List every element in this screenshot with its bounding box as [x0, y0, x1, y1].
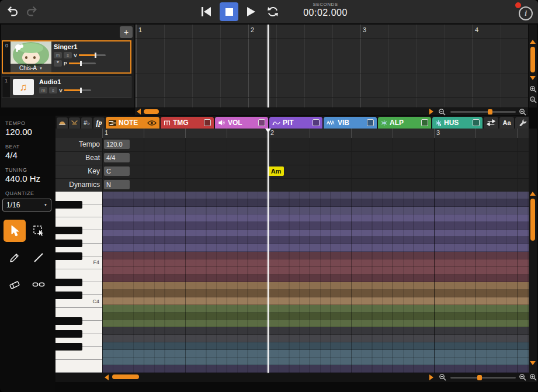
- track-row-singer[interactable]: 0 Chis-A ▼ Singer1 m s V: [2, 40, 131, 74]
- marquee-select-tool-button[interactable]: [27, 220, 50, 242]
- pianoroll-row[interactable]: [102, 275, 529, 282]
- tab-hus[interactable]: HUS: [432, 117, 483, 129]
- add-track-button[interactable]: +: [120, 26, 133, 38]
- beat-row[interactable]: Beat 4/4: [55, 151, 529, 165]
- solo-button[interactable]: s: [64, 52, 72, 58]
- arrange-timeline[interactable]: 1 2 3 4: [135, 25, 528, 107]
- drumsticks-tab[interactable]: [69, 117, 80, 129]
- pianoroll-row[interactable]: [102, 327, 529, 335]
- timeline-ruler[interactable]: 1 2 3 4: [135, 25, 528, 39]
- pianoroll-row[interactable]: [102, 230, 529, 237]
- piano-black-key[interactable]: [55, 317, 82, 325]
- zoom-in-icon[interactable]: [519, 373, 526, 381]
- pianoroll-row[interactable]: [102, 207, 529, 214]
- select-tool-button[interactable]: [4, 220, 26, 242]
- zoom-in-icon[interactable]: [529, 85, 537, 93]
- line-tool-button[interactable]: [27, 247, 50, 269]
- info-button[interactable]: i: [517, 5, 532, 20]
- vib-checkbox[interactable]: [367, 119, 374, 126]
- key-row-value[interactable]: C: [104, 166, 130, 176]
- pianoroll-row[interactable]: [102, 313, 529, 320]
- scroll-left-arrow[interactable]: [105, 374, 109, 380]
- piano-black-key[interactable]: [55, 292, 82, 299]
- tmg-checkbox[interactable]: [204, 119, 211, 126]
- scroll-up-arrow[interactable]: [530, 192, 536, 196]
- voice-selector[interactable]: Chis-A ▼: [11, 64, 51, 72]
- hscroll-thumb[interactable]: [112, 374, 139, 379]
- scroll-down-arrow[interactable]: [530, 76, 536, 80]
- pianoroll-row[interactable]: [102, 358, 529, 365]
- mixer-tab[interactable]: [484, 117, 498, 129]
- beat-value[interactable]: 4/4: [5, 150, 18, 160]
- pianoroll-row[interactable]: [102, 199, 529, 207]
- tab-tmg[interactable]: TMG: [161, 117, 214, 129]
- pianoroll-row[interactable]: [102, 305, 529, 313]
- pianoroll-row[interactable]: [102, 290, 529, 297]
- scroll-up-arrow[interactable]: [530, 40, 536, 44]
- slider-handle[interactable]: [95, 53, 96, 58]
- pianoroll-row[interactable]: [102, 252, 529, 259]
- tempo-value[interactable]: 120.00: [5, 127, 32, 137]
- mute-button[interactable]: m: [39, 87, 47, 93]
- play-button[interactable]: [242, 4, 259, 20]
- loop-button[interactable]: [264, 4, 282, 20]
- scroll-left-arrow[interactable]: [137, 109, 141, 115]
- tempo-row-value[interactable]: 120.0: [104, 140, 130, 149]
- pianoroll-row[interactable]: [102, 237, 529, 244]
- tab-pit[interactable]: PIT: [269, 117, 322, 129]
- timpani-tab[interactable]: [57, 117, 68, 129]
- pianoroll-row[interactable]: [102, 222, 529, 230]
- vol-checkbox[interactable]: [258, 119, 265, 126]
- zoom-slider-handle[interactable]: [488, 109, 492, 115]
- track-row-audio[interactable]: 1 ♫ Audio1 m s V: [2, 76, 131, 98]
- pianoroll-row[interactable]: [102, 320, 529, 327]
- pianoroll-row[interactable]: [102, 267, 529, 275]
- alpha-button[interactable]: *: [54, 60, 62, 67]
- piano-black-key[interactable]: [55, 252, 82, 260]
- pianoroll-row[interactable]: [102, 335, 529, 342]
- dynamics-tab[interactable]: fp: [93, 117, 105, 129]
- hscroll-thumb[interactable]: [144, 109, 159, 114]
- key-row[interactable]: Key C Am: [55, 165, 529, 179]
- pianoroll-row[interactable]: [102, 259, 529, 267]
- zoom-in-icon[interactable]: [519, 108, 526, 116]
- volume-slider[interactable]: [79, 54, 106, 56]
- playhead-marker[interactable]: [265, 129, 271, 133]
- hus-checkbox[interactable]: [473, 119, 480, 126]
- pencil-tool-button[interactable]: [4, 247, 26, 269]
- mute-button[interactable]: m: [54, 52, 62, 58]
- slider-handle[interactable]: [80, 61, 82, 66]
- zoom-slider[interactable]: [450, 377, 516, 379]
- singer-avatar[interactable]: Chis-A ▼: [11, 41, 51, 72]
- undo-button[interactable]: [5, 4, 21, 19]
- vscroll-thumb[interactable]: [530, 199, 535, 241]
- tab-note[interactable]: NOTE: [106, 117, 159, 129]
- pianoroll-row[interactable]: [102, 282, 529, 290]
- zoom-out-icon[interactable]: [529, 96, 537, 103]
- eraser-tool-button[interactable]: [4, 273, 26, 296]
- zoom-out-icon[interactable]: [439, 373, 446, 381]
- piano-black-key[interactable]: [55, 201, 82, 209]
- lyrics-tab[interactable]: Aa: [499, 117, 514, 129]
- zoom-slider-handle[interactable]: [477, 375, 482, 380]
- redo-button[interactable]: [23, 4, 40, 19]
- pianoroll-row[interactable]: [102, 297, 529, 305]
- volume-slider[interactable]: [64, 89, 91, 91]
- tab-vib[interactable]: VIB: [324, 117, 377, 129]
- piano-black-key[interactable]: [55, 343, 82, 351]
- scroll-down-arrow[interactable]: [530, 361, 536, 365]
- stop-button[interactable]: [220, 2, 238, 21]
- skip-to-start-button[interactable]: [197, 4, 215, 20]
- editor-ruler[interactable]: 1 2 3: [55, 129, 529, 138]
- zoom-slider[interactable]: [450, 111, 516, 113]
- tab-vol[interactable]: VOL: [215, 117, 268, 129]
- zoom-out-icon[interactable]: [438, 108, 446, 116]
- piano-black-key[interactable]: [55, 279, 82, 286]
- solo-button[interactable]: s: [49, 87, 57, 93]
- settings-tab[interactable]: [515, 117, 529, 129]
- eye-icon[interactable]: [147, 120, 157, 126]
- piano-black-key[interactable]: [55, 240, 82, 247]
- tuning-value[interactable]: 440.0 Hz: [5, 174, 40, 183]
- dynamics-row[interactable]: Dynamics N: [55, 178, 529, 192]
- pianoroll-row[interactable]: [102, 214, 529, 222]
